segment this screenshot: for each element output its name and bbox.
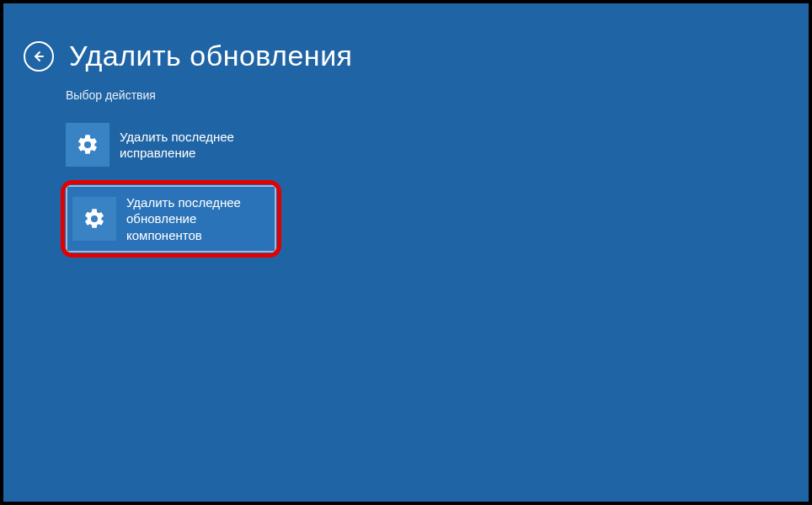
arrow-left-icon bbox=[32, 50, 45, 63]
header: Удалить обновления bbox=[24, 40, 353, 72]
tile-icon-box bbox=[72, 197, 116, 241]
back-button[interactable] bbox=[24, 41, 54, 72]
tile-label: Удалить последнее исправление bbox=[120, 129, 276, 161]
page-subtitle: Выбор действия bbox=[66, 88, 156, 102]
gear-icon bbox=[83, 207, 106, 231]
uninstall-quality-update-tile[interactable]: Удалить последнее исправление bbox=[66, 116, 276, 173]
tile-icon-box bbox=[66, 123, 110, 167]
uninstall-feature-update-tile[interactable]: Удалить последнее обновление компонентов bbox=[66, 185, 276, 252]
highlighted-wrapper: Удалить последнее обновление компонентов bbox=[66, 185, 276, 252]
gear-icon bbox=[76, 133, 99, 157]
options-list: Удалить последнее исправление Удалить по… bbox=[66, 116, 276, 264]
page-title: Удалить обновления bbox=[69, 40, 353, 72]
recovery-screen: Удалить обновления Выбор действия Удалит… bbox=[0, 0, 812, 505]
tile-label: Удалить последнее обновление компонентов bbox=[126, 194, 241, 243]
